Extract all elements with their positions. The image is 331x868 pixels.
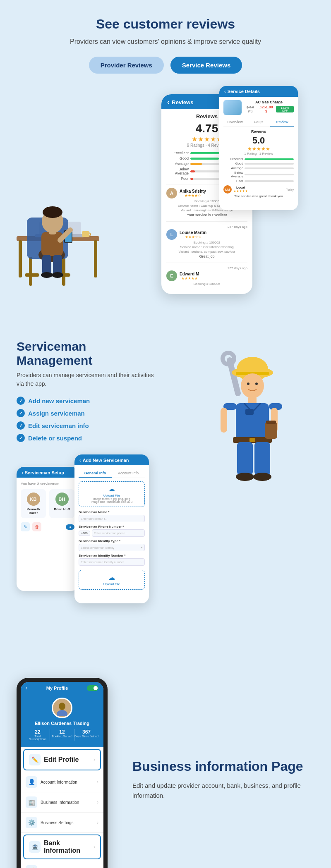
- reviewer-2-name: Louise Martin: [180, 230, 206, 235]
- menu-item-business-settings[interactable]: ⚙️ Business Settings ›: [21, 813, 103, 833]
- sm-person-row: KB Kenneth Baker BH Brian Huff: [21, 489, 74, 518]
- sdc-tab-review[interactable]: Review: [270, 118, 294, 127]
- identity-number-input[interactable]: Enter serviceman identity number: [79, 558, 145, 566]
- sdc-reviewer-name: Local: [233, 186, 248, 189]
- biz-back-arrow[interactable]: ‹: [26, 685, 27, 691]
- sm-back-phone-header: ‹ Serviceman Setup: [17, 467, 79, 478]
- field-label-1: Serviceman Name *: [79, 510, 145, 514]
- biz-stat-subscriptions: 22 Total Subscriptions: [26, 729, 50, 741]
- phone-flag[interactable]: +880: [79, 531, 90, 536]
- svg-rect-32: [236, 403, 269, 440]
- sdc-review-text: The service was great, thank you: [223, 194, 294, 198]
- business-info-icon: 🏢: [26, 796, 37, 808]
- bar-label-poor: Poor: [166, 177, 189, 181]
- tab-provider-reviews[interactable]: Provider Reviews: [89, 57, 164, 74]
- biz-stat-days: 367 Days Since Joined: [74, 729, 98, 741]
- menu-item-business-info[interactable]: 🏢 Business Information ›: [21, 792, 103, 813]
- svg-rect-6: [94, 240, 97, 277]
- sdc-tab-faqs[interactable]: FAQs: [247, 118, 271, 127]
- sdc-back-icon[interactable]: ‹: [224, 89, 226, 94]
- svg-rect-40: [221, 408, 227, 433]
- stat-num-days: 367: [74, 729, 98, 735]
- review-item-3: 257 days ago E Edward M ★★★★★ Booking # …: [166, 266, 247, 286]
- section-reviews: See customer reviews Providers can view …: [0, 0, 331, 319]
- sdc-reviewer-avatar: LM: [223, 185, 232, 194]
- sm-back-arrow[interactable]: ‹: [22, 470, 23, 475]
- edit-profile-label: Edit Profile: [44, 756, 90, 763]
- sm-edit-button[interactable]: ✎: [21, 522, 30, 531]
- edit-profile-arrow: ›: [94, 757, 95, 763]
- sm-action-row: ✎ 🗑 ●: [21, 522, 74, 531]
- biz-avatar: [52, 698, 72, 718]
- field-label-3: Serviceman Identity Type *: [79, 539, 145, 543]
- svg-rect-31: [248, 397, 257, 404]
- sdc-tab-overview[interactable]: Overview: [223, 118, 247, 127]
- sdc-service-name: AC Gas Charge: [244, 100, 294, 104]
- feature-delete: ✓ Delete or suspend: [17, 434, 161, 442]
- field-label-2: Serviceman Phone Number *: [79, 525, 145, 528]
- biz-subtitle: Edit and update provider account, bank, …: [132, 781, 314, 801]
- svg-rect-1: [62, 257, 65, 286]
- reviewer-1-text: Your service is Excellent: [166, 213, 247, 217]
- menu-item-edit-profile[interactable]: ✏️ Edit Profile ›: [23, 749, 101, 770]
- field-label-4: Serviceman Identity Number *: [79, 554, 145, 557]
- select-chevron-icon: ▾: [141, 546, 143, 549]
- svg-point-29: [247, 383, 249, 385]
- svg-point-22: [52, 272, 63, 278]
- menu-item-commission[interactable]: 💰 Commission ›: [21, 861, 103, 868]
- sdc-rcount: 1 Rating · 1 Review: [223, 152, 294, 155]
- identity-number-placeholder: Enter serviceman identity number: [81, 561, 124, 564]
- section-reviews-subtitle: Providers can view customers' opinions &…: [8, 37, 323, 47]
- svg-point-38: [253, 473, 271, 481]
- feature-add: ✓ Add new serviceman: [17, 397, 161, 405]
- reviewer-1-stars: ★★★★☆: [180, 194, 206, 198]
- feature-assign: ✓ Assign serviceman: [17, 409, 161, 417]
- tab-buttons: Provider Reviews Service Reviews: [8, 57, 323, 74]
- sm-front-back-arrow[interactable]: ‹: [79, 458, 81, 463]
- serviceman-name-input[interactable]: Enter serviceman f...: [79, 515, 145, 522]
- section-reviews-title: See customer reviews: [8, 17, 323, 32]
- phone-placeholder: Enter serviceman phone...: [94, 532, 128, 535]
- sm-toggle[interactable]: ●: [66, 524, 74, 530]
- back-arrow-icon[interactable]: ‹: [167, 98, 169, 106]
- svg-rect-44: [266, 421, 276, 424]
- serviceman-phone-input[interactable]: Enter serviceman phone...: [92, 529, 145, 537]
- feature-list: ✓ Add new serviceman ✓ Assign serviceman…: [17, 397, 161, 442]
- sm-person-1: KB Kenneth Baker: [21, 489, 46, 518]
- upload-area-2[interactable]: ☁ Upload File: [79, 570, 145, 590]
- sm-phone-front: ‹ Add New Serviceman General Info Accoun…: [74, 454, 149, 603]
- sm-delete-button[interactable]: 🗑: [32, 522, 41, 531]
- business-info-arrow: ›: [97, 799, 98, 805]
- biz-title: Business information Page: [132, 758, 314, 774]
- identity-type-select[interactable]: Select serviceman identity ▾: [79, 544, 145, 551]
- svg-rect-5: [19, 240, 22, 277]
- sdc-header: ‹ Service Details: [219, 86, 298, 97]
- sdc-reviewer-stars: ★★★★★: [233, 189, 248, 193]
- biz-toggle[interactable]: [87, 685, 98, 691]
- sm-left-content: Serviceman Management Providers can mana…: [17, 340, 161, 628]
- reviewer-3-avatar: E: [166, 270, 177, 281]
- menu-item-bank-info[interactable]: 🏦 Bank Information ›: [23, 835, 101, 859]
- upload-area[interactable]: ☁ Upload File Image format : jpg, png, j…: [79, 481, 145, 507]
- svg-point-16: [43, 206, 62, 218]
- sm-back-phone-title: Serviceman Setup: [25, 470, 64, 475]
- upload-icon: ☁: [82, 485, 141, 493]
- tab-account-info[interactable]: Account Info: [112, 469, 145, 478]
- tab-general-info[interactable]: General Info: [79, 469, 112, 478]
- stat-num-subscriptions: 22: [26, 729, 50, 735]
- hand-phone-container: ‹ My Profile Ellison C: [17, 678, 116, 868]
- sdc-price-old: $ 3.0 (S): [244, 105, 257, 113]
- tab-service-reviews[interactable]: Service Reviews: [170, 57, 242, 74]
- sdc-review-user: LM Local ★★★★★ Today: [223, 185, 294, 194]
- stat-label-subscriptions: Total Subscriptions: [26, 735, 50, 741]
- sm-front-phone-header: ‹ Add New Serviceman: [74, 454, 149, 465]
- reviewer-2-service: Service name : Car Interior Cleaning: [166, 245, 247, 249]
- svg-point-28: [241, 373, 264, 398]
- sdc-bar-excellent: Excellent: [223, 157, 243, 161]
- menu-item-account-info[interactable]: 👤 Account Information ›: [21, 772, 103, 792]
- phone-header-title: Reviews: [172, 99, 193, 105]
- reviewer-3-stars: ★★★★★: [180, 276, 199, 280]
- account-info-label: Account Information: [41, 780, 94, 784]
- feature-assign-label: Assign serviceman: [28, 410, 85, 417]
- upload-label: Upload File: [82, 494, 141, 497]
